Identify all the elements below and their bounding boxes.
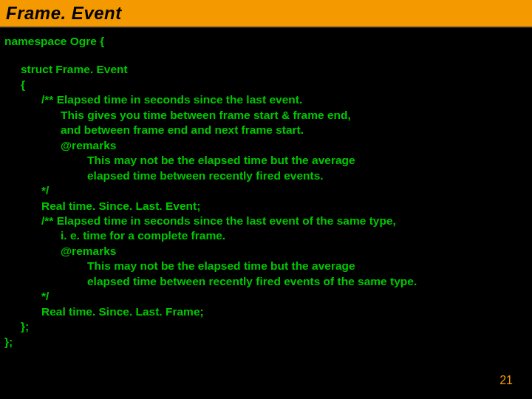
code-line: namespace Ogre { [4, 34, 528, 49]
code-line: This may not be the elapsed time but the… [4, 153, 528, 168]
code-line: @remarks [4, 244, 528, 259]
code-line: i. e. time for a complete frame. [4, 228, 528, 243]
code-line: @remarks [4, 138, 528, 153]
code-line: /** Elapsed time in seconds since the la… [4, 214, 528, 228]
code-line: This may not be the elapsed time but the… [4, 259, 528, 273]
page-number: 21 [499, 374, 513, 387]
code-line: Real time. Since. Last. Event; [4, 199, 528, 214]
code-line: /** Elapsed time in seconds since the la… [4, 92, 528, 107]
code-line: }; [4, 335, 528, 349]
code-line: }; [4, 319, 528, 334]
code-block: namespace Ogre { struct Frame. Event { /… [0, 28, 532, 349]
code-line: struct Frame. Event [4, 62, 528, 77]
code-line: { [4, 78, 528, 92]
code-line: This gives you time between frame start … [4, 108, 528, 123]
code-line: and between frame end and next frame sta… [4, 123, 528, 137]
slide-title: Frame. Event [6, 3, 122, 24]
code-line: elapsed time between recently fired even… [4, 274, 528, 289]
title-bar: Frame. Event [0, 0, 532, 28]
code-line: Real time. Since. Last. Frame; [4, 304, 528, 319]
code-line: */ [4, 183, 528, 198]
code-line: */ [4, 289, 528, 304]
code-line: elapsed time between recently fired even… [4, 168, 528, 183]
